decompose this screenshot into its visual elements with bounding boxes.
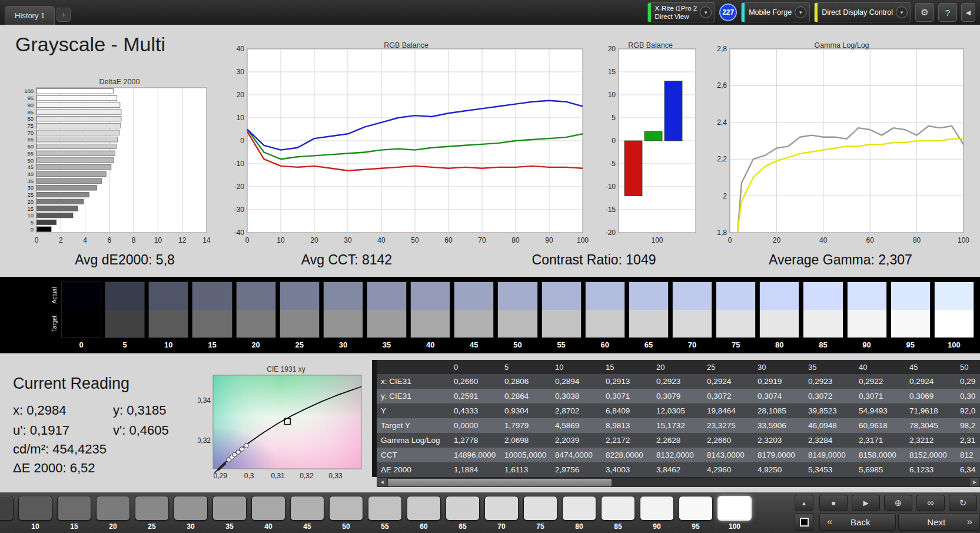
table-row[interactable]: Target Y0,00001,79794,58698,981315,17322…: [377, 418, 980, 433]
table-row[interactable]: x: CIE310,26600,28060,28940,29130,29230,…: [377, 374, 980, 389]
toolbar-swatch-10[interactable]: [18, 496, 52, 521]
table-left-edge: [372, 360, 377, 477]
continuous-button[interactable]: ∞: [916, 495, 945, 511]
toolbar-swatch-label: 100: [717, 522, 752, 531]
toolbar-swatch-60[interactable]: [407, 496, 441, 521]
display-selector[interactable]: Direct Display Control ▼: [814, 2, 911, 22]
toolbar-swatch-30[interactable]: [174, 496, 208, 521]
svg-text:85: 85: [27, 109, 34, 115]
toolbar-swatch-70[interactable]: [484, 496, 519, 521]
column-header[interactable]: 50: [956, 363, 980, 372]
toolbar-swatch-5[interactable]: [0, 496, 14, 521]
collapse-button[interactable]: ◀: [961, 3, 975, 22]
toolbar-swatch-85[interactable]: [601, 496, 635, 521]
refresh-button[interactable]: ↻: [949, 495, 977, 511]
toolbar-swatch-15[interactable]: [57, 496, 91, 521]
swatch-level-label: 100: [934, 338, 974, 352]
column-header[interactable]: 10: [551, 363, 602, 372]
table-row[interactable]: Y0,43330,93042,87026,840912,030519,84642…: [377, 403, 980, 418]
table-cell: 2,2628: [652, 436, 703, 445]
toolbar-swatch-55[interactable]: [368, 496, 402, 521]
svg-text:20: 20: [310, 236, 318, 244]
svg-text:40: 40: [819, 236, 828, 244]
table-cell: 8132,0000: [652, 451, 703, 459]
toolbar-swatch-90[interactable]: [640, 496, 674, 521]
table-cell: 23,3275: [703, 421, 753, 430]
swatch-actual: [760, 282, 799, 310]
back-button-label: Back: [851, 517, 870, 527]
reading-u: u': 0,1917: [13, 423, 69, 438]
measure-button[interactable]: ⊕: [884, 495, 912, 511]
add-tab-button[interactable]: +: [57, 8, 71, 22]
swatch-actual: [803, 282, 842, 310]
table-row[interactable]: ΔE 20001,18841,61132,97563,40033,84624,2…: [377, 462, 980, 477]
next-button[interactable]: Next »: [898, 513, 980, 531]
table-scrollbar[interactable]: ◀ ▶: [377, 477, 980, 487]
average-gamma-stat: Average Gamma: 2,307: [769, 252, 912, 268]
column-header[interactable]: 30: [753, 363, 804, 372]
infinity-icon: ∞: [927, 498, 934, 508]
toolbar-swatch-45[interactable]: [290, 496, 324, 521]
toolbar-swatch-40[interactable]: [251, 496, 285, 521]
meter-selector[interactable]: X-Rite i1Pro 2 Direct View ▼: [647, 2, 716, 22]
toolbar-swatch-label: 30: [174, 522, 208, 531]
column-header[interactable]: 40: [855, 363, 905, 372]
workflow-selector[interactable]: Mobile Forge ▼: [741, 2, 810, 22]
svg-text:15: 15: [27, 206, 34, 212]
toolbar-swatch-65[interactable]: [446, 496, 480, 521]
svg-text:-20: -20: [606, 229, 616, 237]
swatch-level-label: 80: [759, 338, 799, 352]
svg-text:60: 60: [866, 236, 875, 244]
column-header[interactable]: 45: [905, 363, 956, 372]
table-row[interactable]: Gamma Log/Log1,27782,06982,20392,21722,2…: [377, 433, 980, 448]
chevron-down-icon[interactable]: ▼: [896, 6, 908, 18]
table-cell: 0,29: [956, 377, 980, 386]
svg-text:4: 4: [83, 236, 87, 244]
swatch-level-label: 55: [542, 338, 582, 352]
scroll-left-icon[interactable]: ◀: [377, 478, 387, 486]
column-header[interactable]: 0: [450, 363, 500, 372]
scroll-right-icon[interactable]: ▶: [970, 478, 979, 486]
badge-value: 227: [722, 8, 734, 16]
table-row[interactable]: CCT14896,000010005,00008474,00008228,000…: [377, 448, 980, 462]
grayscale-swatch-30: 30: [323, 282, 363, 352]
scroll-up-button[interactable]: ▲: [795, 495, 813, 511]
table-row[interactable]: y: CIE310,25910,28640,30380,30710,30790,…: [377, 389, 980, 403]
table-header-row: 05101520253035404550: [377, 360, 980, 374]
toolbar-swatch-80[interactable]: [562, 496, 596, 521]
toolbar-swatch-20[interactable]: [96, 496, 130, 521]
stop-button[interactable]: ■: [819, 495, 848, 511]
help-button[interactable]: ?: [938, 3, 957, 22]
column-header[interactable]: 15: [602, 363, 652, 372]
toolbar-swatch-50[interactable]: [329, 496, 363, 521]
column-header[interactable]: 20: [652, 363, 703, 372]
column-header[interactable]: 35: [804, 363, 855, 372]
toolbar-swatch-25[interactable]: [135, 496, 169, 521]
chevron-down-icon[interactable]: ▼: [700, 6, 712, 18]
grayscale-swatch-55: 55: [542, 282, 582, 352]
toolbar-swatch-100[interactable]: [717, 496, 752, 521]
back-button[interactable]: « Back: [819, 513, 896, 531]
scrollbar-thumb[interactable]: [388, 479, 612, 486]
toolbar-swatch-label: 20: [96, 522, 130, 531]
grayscale-swatch-15: 15: [192, 282, 232, 352]
chevron-down-icon[interactable]: ▼: [795, 6, 806, 18]
toolbar-swatch-35[interactable]: [212, 496, 247, 521]
target-row-label: Target: [51, 306, 58, 342]
play-button[interactable]: ▶: [852, 495, 880, 511]
history-tab[interactable]: History 1: [5, 6, 55, 25]
toolbar-swatch-95[interactable]: [679, 496, 713, 521]
column-header[interactable]: 5: [500, 363, 551, 372]
toolbar-swatch-75[interactable]: [523, 496, 557, 521]
pattern-window-button[interactable]: [795, 513, 813, 531]
plus-icon: +: [61, 10, 66, 19]
swatch-target: [105, 310, 144, 337]
swatch-target: [280, 310, 319, 337]
svg-text:0: 0: [612, 137, 616, 145]
reading-count-badge[interactable]: 227: [719, 4, 737, 21]
swatch-target: [454, 310, 493, 337]
column-header[interactable]: 25: [703, 363, 753, 372]
table-cell: 1,7979: [500, 421, 551, 430]
toolbar-swatch-label: 70: [484, 522, 519, 531]
settings-button[interactable]: ⚙: [915, 3, 934, 22]
